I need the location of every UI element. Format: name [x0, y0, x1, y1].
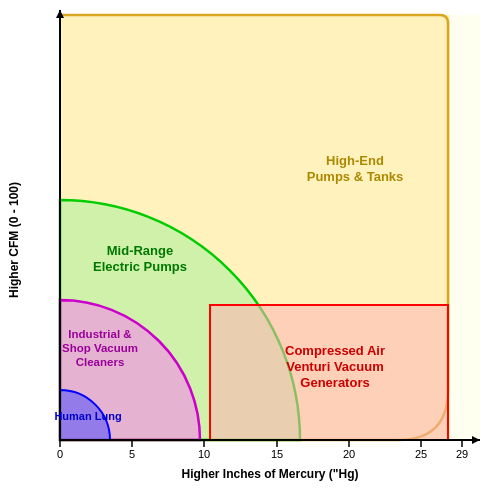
label-industrial-2: Shop Vacuum	[62, 342, 138, 354]
x-axis-label: Higher Inches of Mercury ("Hg)	[181, 467, 358, 481]
label-mid-range-pumps-2: Electric Pumps	[93, 259, 187, 274]
chart-svg: 0 5 10 15 20 25 29 Higher Inches of Merc…	[0, 0, 500, 500]
label-compressed-air: Compressed Air	[285, 343, 385, 358]
x-tick-0: 0	[57, 448, 63, 460]
x-tick-20: 20	[343, 448, 355, 460]
label-human-lung: Human Lung	[54, 410, 121, 422]
x-tick-15: 15	[271, 448, 283, 460]
x-tick-5: 5	[129, 448, 135, 460]
x-tick-10: 10	[198, 448, 210, 460]
y-axis-label: Higher CFM (0 - 100)	[7, 182, 21, 298]
label-generators: Generators	[300, 375, 369, 390]
chart-container: 0 5 10 15 20 25 29 Higher Inches of Merc…	[0, 0, 500, 500]
label-industrial-3: Cleaners	[76, 356, 125, 368]
label-venturi: Venturi Vacuum	[286, 359, 384, 374]
x-tick-25: 25	[415, 448, 427, 460]
label-industrial-1: Industrial &	[68, 328, 131, 340]
label-high-end-pumps: High-End	[326, 153, 384, 168]
label-high-end-pumps-2: Pumps & Tanks	[307, 169, 404, 184]
x-tick-29: 29	[456, 448, 468, 460]
label-mid-range-pumps: Mid-Range	[107, 243, 173, 258]
